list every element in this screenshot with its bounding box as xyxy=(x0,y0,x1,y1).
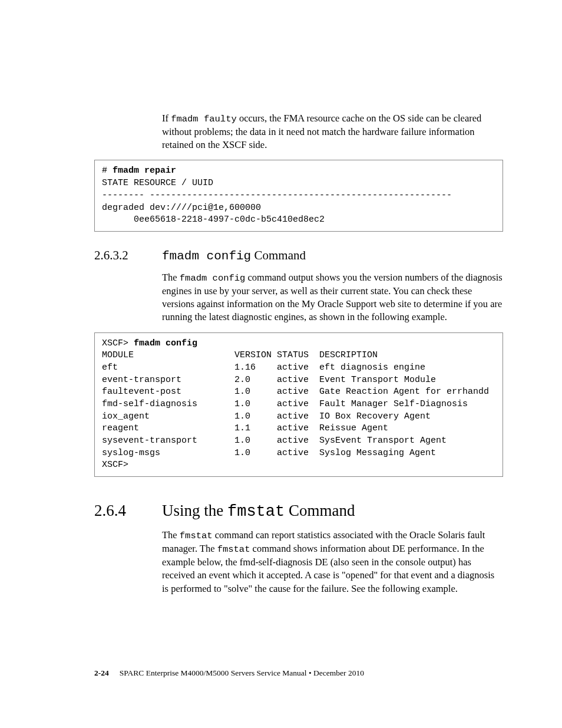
page-footer: 2-24SPARC Enterprise M4000/M5000 Servers… xyxy=(94,668,364,678)
code-line: 0ee65618-2218-4997-c0dc-b5c410ed8ec2 xyxy=(102,215,325,225)
text: Command xyxy=(285,502,355,519)
inline-code: fmstat xyxy=(180,531,213,541)
code-line: syslog-msgs 1.0 active Syslog Messaging … xyxy=(102,448,436,458)
footer-text: SPARC Enterprise M4000/M5000 Servers Ser… xyxy=(120,668,364,677)
inline-code: fmstat xyxy=(227,503,285,521)
section-number: 2.6.4 xyxy=(94,502,162,520)
code-line: reagent 1.1 active Reissue Agent xyxy=(102,423,388,433)
command: fmadm repair xyxy=(113,166,176,176)
code-line: sysevent-transport 1.0 active SysEvent T… xyxy=(102,436,447,446)
code-line: fmd-self-diagnosis 1.0 active Fault Mana… xyxy=(102,399,468,409)
code-header: MODULE VERSION STATUS DESCRIPTION xyxy=(102,350,378,360)
code-line: event-transport 2.0 active Event Transpo… xyxy=(102,375,436,385)
command: fmadm config xyxy=(134,338,197,348)
section-heading-2632: 2.6.3.2 fmadm config Command xyxy=(94,248,503,263)
code-line: -------- -------------------------------… xyxy=(102,190,452,200)
text: Using the xyxy=(162,502,227,519)
paragraph-fmstat: The fmstat command can report statistics… xyxy=(94,529,503,595)
code-line: XSCF> xyxy=(102,460,128,470)
inline-code: fmadm faulty xyxy=(171,114,237,124)
prompt: XSCF> xyxy=(102,338,134,348)
code-box-fmadm-repair: # fmadm repair STATE RESOURCE / UUID ---… xyxy=(94,160,503,231)
section-title: Using the fmstat Command xyxy=(162,502,355,521)
paragraph-fmadm-config: The fmadm config command output shows yo… xyxy=(94,271,503,324)
page-number: 2-24 xyxy=(94,668,109,677)
code-line: eft 1.16 active eft diagnosis engine xyxy=(102,363,425,373)
section-number: 2.6.3.2 xyxy=(94,248,162,263)
inline-code: fmadm config xyxy=(180,273,246,284)
inline-code: fmadm config xyxy=(162,249,251,263)
page: If fmadm faulty occurs, the FMA resource… xyxy=(0,0,562,728)
code-line: iox_agent 1.0 active IO Box Recovery Age… xyxy=(102,411,431,421)
code-line: STATE RESOURCE / UUID xyxy=(102,178,213,188)
section-heading-264: 2.6.4 Using the fmstat Command xyxy=(94,502,503,521)
code-line: faultevent-post 1.0 active Gate Reaction… xyxy=(102,387,489,397)
text: The xyxy=(162,272,180,283)
text: The xyxy=(162,529,180,541)
text: Command xyxy=(251,248,306,262)
prompt: # xyxy=(102,166,113,176)
paragraph-fmadm-faulty: If fmadm faulty occurs, the FMA resource… xyxy=(94,112,503,151)
code-line: degraded dev:////pci@1e,600000 xyxy=(102,203,261,213)
text: If xyxy=(162,113,171,124)
inline-code: fmstat xyxy=(217,544,250,555)
section-title: fmadm config Command xyxy=(162,248,306,263)
code-box-fmadm-config: XSCF> fmadm config MODULE VERSION STATUS… xyxy=(94,332,503,477)
